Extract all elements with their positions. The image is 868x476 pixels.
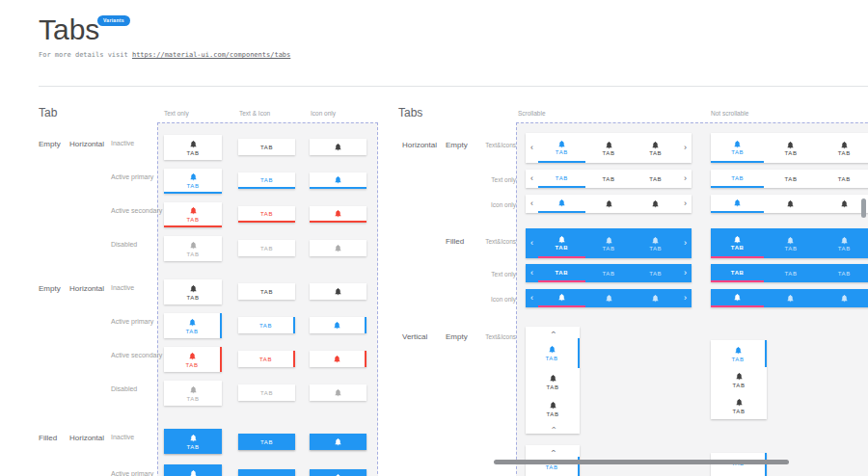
tab[interactable]: TAB — [764, 170, 817, 188]
tab-active[interactable] — [538, 289, 585, 307]
tab-active[interactable]: TAB — [538, 264, 585, 282]
tab[interactable]: TAB — [632, 228, 679, 258]
tab[interactable] — [585, 195, 633, 213]
tab[interactable]: TAB — [632, 170, 679, 188]
chevron-left-icon[interactable]: ‹ — [526, 228, 538, 258]
vertical-tabs-notscroll: TAB TAB TAB — [711, 340, 767, 419]
tab-text-cell[interactable]: TAB — [238, 172, 295, 189]
tab[interactable]: TAB — [818, 264, 868, 282]
tab-icon-cell[interactable] — [310, 283, 366, 300]
bell-icon — [733, 235, 742, 244]
tab-text-cell[interactable]: TAB — [238, 384, 295, 401]
tab[interactable]: TAB — [711, 367, 767, 393]
tab[interactable]: TAB — [585, 228, 633, 258]
tab-icon-cell[interactable] — [310, 469, 366, 476]
tab-active[interactable]: TAB — [538, 228, 585, 258]
chevron-left-icon[interactable]: ‹ — [526, 133, 538, 163]
tab[interactable]: TAB — [764, 228, 817, 258]
tab[interactable]: TAB — [711, 393, 767, 419]
tab-text-icon-cell[interactable]: TAB — [164, 279, 222, 304]
tab[interactable] — [632, 289, 679, 307]
tab[interactable]: TAB — [764, 264, 817, 282]
tab-text-icon-cell[interactable]: TAB — [164, 313, 222, 338]
tab-text-cell[interactable]: TAB — [238, 206, 295, 223]
tab-active[interactable]: TAB — [711, 133, 764, 163]
chevron-right-icon[interactable]: › — [679, 289, 692, 307]
tab-icon-cell[interactable] — [310, 139, 366, 155]
tab-text-icon-cell[interactable]: TAB — [164, 236, 222, 261]
tab-text-icon-cell[interactable]: TAB — [164, 169, 222, 194]
chevron-right-icon[interactable]: › — [679, 264, 692, 282]
vertical-scrollbar[interactable] — [861, 198, 866, 218]
tab-text-cell[interactable]: TAB — [238, 240, 295, 256]
tab-icon-cell[interactable] — [310, 240, 366, 256]
tab[interactable]: TAB — [818, 133, 868, 163]
bell-icon — [605, 199, 613, 208]
tab[interactable]: TAB — [526, 368, 580, 395]
tab[interactable] — [585, 289, 633, 307]
tab[interactable]: TAB — [632, 133, 679, 163]
chevron-right-icon[interactable]: › — [679, 133, 692, 163]
tab-icon-cell[interactable] — [310, 384, 366, 401]
tab[interactable]: TAB — [818, 228, 868, 258]
tab-text-icon-cell[interactable]: TAB — [164, 429, 222, 454]
tab-active[interactable]: TAB — [538, 170, 585, 188]
chevron-up-icon[interactable]: ‹ — [526, 445, 580, 457]
tab-icon-cell[interactable] — [310, 172, 366, 189]
chevron-down-icon[interactable]: › — [526, 422, 580, 434]
tab-text-cell[interactable]: TAB — [238, 351, 295, 367]
tab-text-icon-cell[interactable]: TAB — [164, 381, 222, 406]
tab-text-cell[interactable]: TAB — [238, 283, 295, 300]
chevron-up-icon[interactable]: ‹ — [526, 327, 580, 338]
horizontal-scrollbar[interactable] — [494, 460, 789, 464]
tab-icon-cell[interactable] — [310, 351, 366, 367]
state-label: Disabled — [111, 385, 137, 392]
tab-active[interactable] — [711, 195, 764, 213]
tab[interactable]: TAB — [818, 170, 868, 188]
tab[interactable]: TAB — [585, 264, 633, 282]
tab[interactable]: TAB — [764, 133, 817, 163]
tab-text-cell[interactable]: TAB — [238, 317, 295, 333]
tab-icon-cell[interactable] — [310, 434, 366, 450]
tab-active[interactable]: TAB — [711, 170, 764, 188]
chevron-left-icon[interactable]: ‹ — [526, 195, 538, 213]
tab-text-cell[interactable]: TAB — [238, 139, 295, 155]
tab-active[interactable] — [538, 195, 585, 213]
tab-icon-cell[interactable] — [310, 317, 366, 333]
tab-icon-cell[interactable] — [310, 206, 366, 223]
tab-active[interactable]: TAB — [711, 340, 767, 367]
tab-text-icon-cell[interactable]: TAB — [164, 464, 222, 476]
tab-text-icon-cell[interactable]: TAB — [164, 135, 222, 160]
tab[interactable] — [818, 289, 868, 307]
tab-active[interactable]: TAB — [711, 264, 764, 282]
tab-active[interactable]: TAB — [538, 133, 585, 163]
chevron-right-icon[interactable]: › — [679, 228, 692, 258]
tab-active[interactable]: TAB — [526, 338, 580, 368]
chevron-left-icon[interactable]: ‹ — [526, 170, 538, 188]
column-header-not-scrollable: Not scrollable — [711, 110, 748, 117]
bell-icon — [334, 388, 342, 397]
tab[interactable] — [764, 289, 817, 307]
bell-icon — [733, 198, 742, 207]
tab[interactable]: TAB — [585, 133, 633, 163]
tab-text-icon-cell[interactable]: TAB — [164, 347, 222, 372]
chevron-right-icon[interactable]: › — [679, 195, 692, 213]
tab[interactable]: TAB — [632, 264, 679, 282]
bell-icon — [188, 352, 197, 360]
tab-text-cell[interactable]: TAB — [238, 469, 295, 476]
tab-text-cell[interactable]: TAB — [238, 434, 295, 450]
tab-active[interactable]: TAB — [711, 228, 764, 258]
tab-active[interactable] — [711, 289, 764, 307]
tab[interactable]: TAB — [585, 170, 633, 188]
tab[interactable] — [764, 195, 817, 213]
tab-active[interactable]: TAB — [711, 453, 767, 476]
docs-link[interactable]: https://material-ui.com/components/tabs — [132, 51, 290, 59]
tab-text-icon-cell[interactable]: TAB — [164, 202, 222, 227]
tab[interactable]: TAB — [526, 395, 580, 422]
tabs-bar-notscroll-filled-text-only: TAB TAB TAB — [711, 264, 868, 282]
tabs-bar-notscroll-filled-text-icons: TAB TAB TAB — [711, 228, 868, 258]
chevron-left-icon[interactable]: ‹ — [526, 264, 538, 282]
tab[interactable] — [632, 195, 679, 213]
chevron-left-icon[interactable]: ‹ — [526, 289, 538, 307]
chevron-right-icon[interactable]: › — [679, 170, 692, 188]
